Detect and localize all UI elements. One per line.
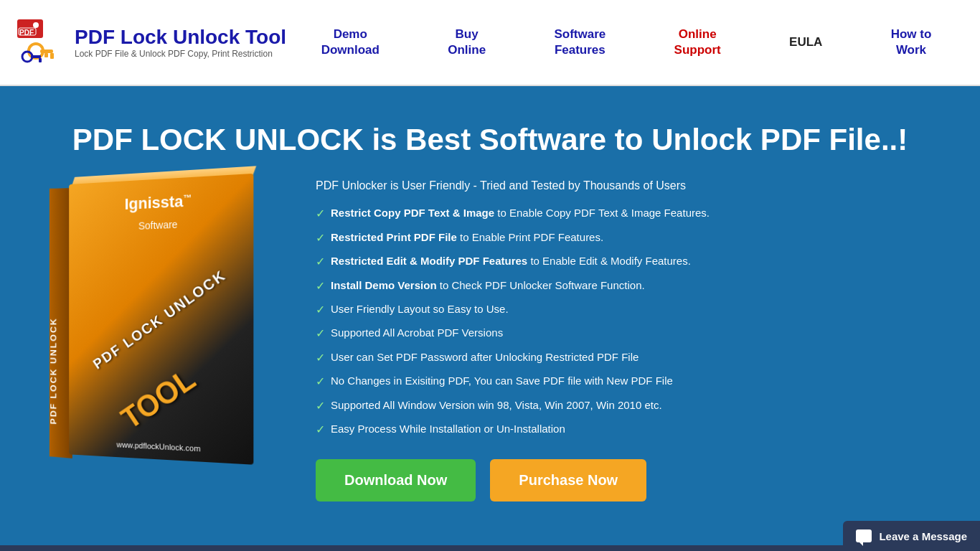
logo-subtitle: Lock PDF File & Unlock PDF Copy, Print R… bbox=[75, 49, 286, 59]
feature-item: ✓User Friendly Layout so Easy to Use. bbox=[316, 301, 937, 318]
box-software: Software bbox=[138, 219, 178, 232]
download-now-button[interactable]: Download Now bbox=[316, 459, 476, 501]
hero-tagline: PDF Unlocker is User Friendly - Tried an… bbox=[316, 179, 937, 192]
product-box: Ignissta™ Software PDF LOCK UNLOCK TOOL … bbox=[43, 179, 273, 481]
nav-software-features[interactable]: Software Features bbox=[541, 19, 618, 65]
box-tool-text: TOOL bbox=[116, 362, 202, 436]
nav-eula[interactable]: EULA bbox=[776, 27, 835, 57]
feature-text: User can Set PDF Password after Unlockin… bbox=[331, 349, 639, 364]
main-nav: Demo Download Buy Online Software Featur… bbox=[287, 19, 966, 65]
feature-list: ✓Restrict Copy PDF Text & Image to Enabl… bbox=[316, 205, 937, 438]
hero-section: PDF LOCK UNLOCK is Best Software to Unlo… bbox=[0, 86, 980, 545]
logo-title: PDF Lock Unlock Tool bbox=[75, 26, 286, 49]
check-icon: ✓ bbox=[316, 278, 325, 294]
check-icon: ✓ bbox=[316, 398, 325, 414]
feature-text: Restrict Copy PDF Text & Image to Enable… bbox=[331, 205, 710, 220]
feature-text: Install Demo Version to Check PDF Unlock… bbox=[331, 278, 645, 293]
hero-content: PDF Unlocker is User Friendly - Tried an… bbox=[316, 179, 937, 501]
check-icon: ✓ bbox=[316, 230, 325, 246]
check-icon: ✓ bbox=[316, 374, 325, 390]
box-diagonal-text: PDF LOCK UNLOCK bbox=[90, 267, 230, 372]
cta-buttons: Download Now Purchase Now bbox=[316, 459, 937, 501]
feature-text: No Changes in Exisiting PDF, You can Sav… bbox=[331, 373, 673, 388]
live-chat-button[interactable]: Leave a Message bbox=[843, 521, 980, 551]
check-icon: ✓ bbox=[316, 302, 325, 318]
hero-title: PDF LOCK UNLOCK is Best Software to Unlo… bbox=[43, 108, 937, 179]
feature-item: ✓Restricted Edit & Modify PDF Features t… bbox=[316, 253, 937, 270]
feature-text: Supported All Acrobat PDF Versions bbox=[331, 325, 503, 340]
purchase-now-button[interactable]: Purchase Now bbox=[490, 459, 646, 501]
nav-online-support[interactable]: Online Support bbox=[661, 19, 734, 65]
live-chat-label: Leave a Message bbox=[879, 530, 967, 542]
svg-rect-8 bbox=[44, 53, 48, 57]
feature-item: ✓Supported All Window Version win 98, Vi… bbox=[316, 397, 937, 414]
feature-item: ✓Restricted Print PDF File to Enable Pri… bbox=[316, 230, 937, 246]
feature-item: ✓Easy Process While Installation or Un-I… bbox=[316, 421, 937, 438]
logo-text-block: PDF Lock Unlock Tool Lock PDF File & Unl… bbox=[75, 26, 286, 59]
box-front: Ignissta™ Software PDF LOCK UNLOCK TOOL … bbox=[69, 174, 253, 465]
svg-rect-6 bbox=[40, 50, 53, 53]
feature-item: ✓Supported All Acrobat PDF Versions bbox=[316, 325, 937, 342]
check-icon: ✓ bbox=[316, 326, 325, 342]
feature-item: ✓No Changes in Exisiting PDF, You can Sa… bbox=[316, 373, 937, 390]
check-icon: ✓ bbox=[316, 254, 325, 270]
feature-text: User Friendly Layout so Easy to Use. bbox=[331, 301, 509, 316]
feature-item: ✓Install Demo Version to Check PDF Unloc… bbox=[316, 278, 937, 294]
footer-offer-bar: Weekend Extra Saver OFFER! Personal User… bbox=[0, 545, 980, 551]
nav-how-to-work[interactable]: How to Work bbox=[878, 19, 945, 65]
nav-buy-online[interactable]: Buy Online bbox=[435, 19, 499, 65]
box-url: www.pdflockUnlock.com bbox=[116, 441, 200, 453]
logo-icon: PDF bbox=[14, 17, 66, 68]
feature-text: Restricted Print PDF File to Enable Prin… bbox=[331, 230, 603, 245]
product-image-area: Ignissta™ Software PDF LOCK UNLOCK TOOL … bbox=[43, 179, 287, 481]
feature-text: Easy Process While Installation or Un-In… bbox=[331, 421, 565, 436]
feature-item: ✓User can Set PDF Password after Unlocki… bbox=[316, 349, 937, 366]
box-brand: Ignissta™ bbox=[125, 192, 192, 215]
svg-rect-11 bbox=[39, 58, 42, 62]
box-vertical-text: PDF LOCK UNLOCK bbox=[49, 318, 59, 425]
header: PDF PDF Lock Unlock Tool Lock PDF File &… bbox=[0, 0, 980, 86]
check-icon: ✓ bbox=[316, 422, 325, 438]
feature-item: ✓Restrict Copy PDF Text & Image to Enabl… bbox=[316, 205, 937, 222]
nav-demo-download[interactable]: Demo Download bbox=[308, 19, 392, 65]
hero-body: Ignissta™ Software PDF LOCK UNLOCK TOOL … bbox=[43, 179, 937, 501]
svg-rect-10 bbox=[31, 55, 41, 58]
check-icon: ✓ bbox=[316, 350, 325, 366]
logo-area: PDF PDF Lock Unlock Tool Lock PDF File &… bbox=[14, 17, 287, 68]
svg-text:PDF: PDF bbox=[19, 29, 34, 37]
svg-rect-7 bbox=[50, 53, 54, 59]
chat-icon bbox=[856, 529, 872, 542]
box-3d: Ignissta™ Software PDF LOCK UNLOCK TOOL … bbox=[50, 173, 269, 474]
feature-text: Restricted Edit & Modify PDF Features to… bbox=[331, 253, 691, 268]
check-icon: ✓ bbox=[316, 206, 325, 222]
svg-point-2 bbox=[33, 22, 39, 28]
feature-text: Supported All Window Version win 98, Vis… bbox=[331, 397, 662, 413]
